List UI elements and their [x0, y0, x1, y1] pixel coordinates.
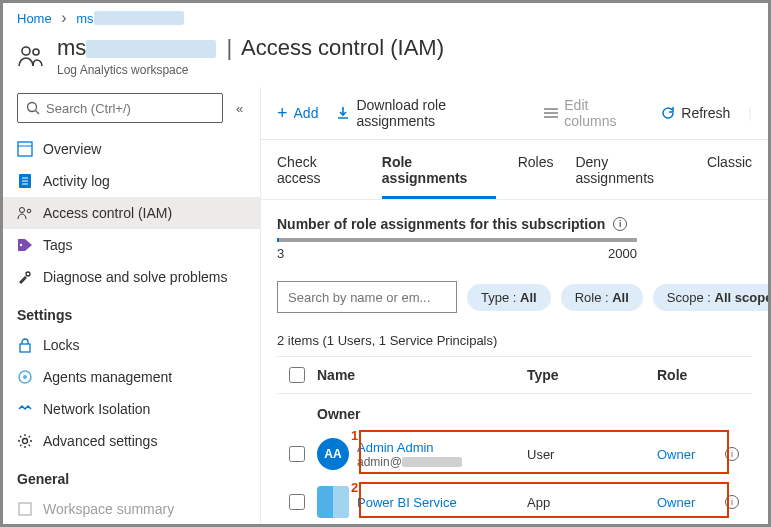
sidebar-item-activity-log[interactable]: Activity log: [3, 165, 260, 197]
svg-point-0: [22, 47, 30, 55]
svg-point-13: [26, 272, 30, 276]
summary-icon: [17, 501, 33, 517]
download-icon: [336, 106, 350, 120]
assignment-count-label: Number of role assignments for this subs…: [277, 216, 752, 232]
sidebar-item-access-control[interactable]: Access control (IAM): [3, 197, 260, 229]
assignment-count-max: 2000: [608, 246, 637, 261]
app-avatar: [317, 486, 349, 518]
gear-icon: [17, 433, 33, 449]
item-count: 2 items (1 Users, 1 Service Principals): [277, 333, 752, 348]
svg-line-3: [36, 111, 40, 115]
sidebar-item-label: Workspace summary: [43, 501, 174, 517]
info-icon[interactable]: i: [725, 447, 739, 461]
assignee-email: admin@: [357, 455, 462, 469]
sidebar-item-workspace-summary[interactable]: Workspace summary: [3, 493, 260, 524]
overview-icon: [17, 141, 33, 157]
plus-icon: +: [277, 103, 288, 124]
tab-roles[interactable]: Roles: [518, 154, 554, 199]
tab-deny-assignments[interactable]: Deny assignments: [575, 154, 684, 199]
sidebar-item-network[interactable]: Network Isolation: [3, 393, 260, 425]
toolbar: + Add Download role assignments Edit col…: [261, 87, 768, 140]
filter-type[interactable]: Type : All: [467, 284, 551, 311]
toolbar-label: Edit columns: [564, 97, 643, 129]
agents-icon: [17, 369, 33, 385]
users-icon: [17, 42, 45, 70]
assignee-type: App: [527, 495, 657, 510]
breadcrumb: Home ms: [3, 3, 768, 31]
sidebar: « Overview Activity log Access control (…: [3, 87, 261, 524]
sidebar-item-label: Tags: [43, 237, 73, 253]
sidebar-item-label: Diagnose and solve problems: [43, 269, 227, 285]
breadcrumb-home[interactable]: Home: [17, 11, 52, 26]
chevron-right-icon: [61, 11, 66, 26]
svg-rect-14: [20, 344, 30, 352]
assignee-name-link[interactable]: Power BI Service: [357, 495, 457, 510]
sidebar-item-label: Activity log: [43, 173, 110, 189]
tab-classic[interactable]: Classic: [707, 154, 752, 199]
table-row: AA Admin Admin admin@ User Owner i 1: [277, 430, 752, 478]
svg-rect-18: [19, 503, 31, 515]
role-link[interactable]: Owner: [657, 447, 695, 462]
collapse-sidebar-button[interactable]: «: [229, 96, 250, 120]
breadcrumb-resource[interactable]: ms: [76, 11, 183, 26]
row-checkbox[interactable]: [289, 494, 305, 510]
select-all-checkbox[interactable]: [289, 367, 305, 383]
svg-point-10: [20, 208, 25, 213]
column-role[interactable]: Role: [657, 367, 717, 383]
sidebar-item-label: Locks: [43, 337, 80, 353]
assignee-type: User: [527, 447, 657, 462]
svg-point-12: [20, 244, 22, 246]
info-icon[interactable]: i: [725, 495, 739, 509]
sidebar-item-locks[interactable]: Locks: [3, 329, 260, 361]
column-name[interactable]: Name: [317, 367, 527, 383]
annotation-1: 1: [351, 428, 358, 443]
sidebar-item-label: Access control (IAM): [43, 205, 172, 221]
diagnose-icon: [17, 269, 33, 285]
resource-type-label: Log Analytics workspace: [57, 63, 444, 77]
sidebar-search-input[interactable]: [46, 101, 214, 116]
sidebar-item-label: Overview: [43, 141, 101, 157]
svg-point-2: [28, 103, 37, 112]
svg-point-1: [33, 49, 39, 55]
search-icon: [26, 101, 40, 115]
svg-rect-4: [18, 142, 32, 156]
search-assignments-input[interactable]: [277, 281, 457, 313]
iam-icon: [17, 205, 33, 221]
edit-columns-button: Edit columns: [544, 97, 643, 129]
add-button[interactable]: + Add: [277, 103, 318, 124]
column-type[interactable]: Type: [527, 367, 657, 383]
tab-check-access[interactable]: Check access: [277, 154, 360, 199]
sidebar-section-settings: Settings: [3, 293, 260, 329]
sidebar-section-general: General: [3, 457, 260, 493]
group-owner: Owner: [277, 394, 752, 430]
svg-point-16: [23, 375, 27, 379]
main-content: + Add Download role assignments Edit col…: [261, 87, 768, 524]
sidebar-item-diagnose[interactable]: Diagnose and solve problems: [3, 261, 260, 293]
role-link[interactable]: Owner: [657, 495, 695, 510]
sidebar-item-label: Network Isolation: [43, 401, 150, 417]
sidebar-search[interactable]: [17, 93, 223, 123]
info-icon[interactable]: i: [613, 217, 627, 231]
sidebar-item-overview[interactable]: Overview: [3, 133, 260, 165]
sidebar-item-agents[interactable]: Agents management: [3, 361, 260, 393]
sidebar-item-tags[interactable]: Tags: [3, 229, 260, 261]
table-row: Power BI Service App Owner i 2: [277, 478, 752, 524]
toolbar-label: Add: [294, 105, 319, 121]
row-checkbox[interactable]: [289, 446, 305, 462]
svg-point-11: [27, 209, 31, 213]
svg-point-17: [23, 439, 28, 444]
refresh-button[interactable]: Refresh: [661, 105, 730, 121]
filter-role[interactable]: Role : All: [561, 284, 643, 311]
activity-log-icon: [17, 173, 33, 189]
page-header: ms | Access control (IAM) Log Analytics …: [3, 31, 768, 87]
sidebar-item-advanced[interactable]: Advanced settings: [3, 425, 260, 457]
filter-scope[interactable]: Scope : All scopes: [653, 284, 768, 311]
lock-icon: [17, 337, 33, 353]
tabs: Check access Role assignments Roles Deny…: [261, 140, 768, 200]
refresh-icon: [661, 106, 675, 120]
assignee-name-link[interactable]: Admin Admin: [357, 440, 462, 455]
download-button[interactable]: Download role assignments: [336, 97, 526, 129]
tab-role-assignments[interactable]: Role assignments: [382, 154, 496, 199]
sidebar-item-label: Advanced settings: [43, 433, 157, 449]
network-icon: [17, 401, 33, 417]
